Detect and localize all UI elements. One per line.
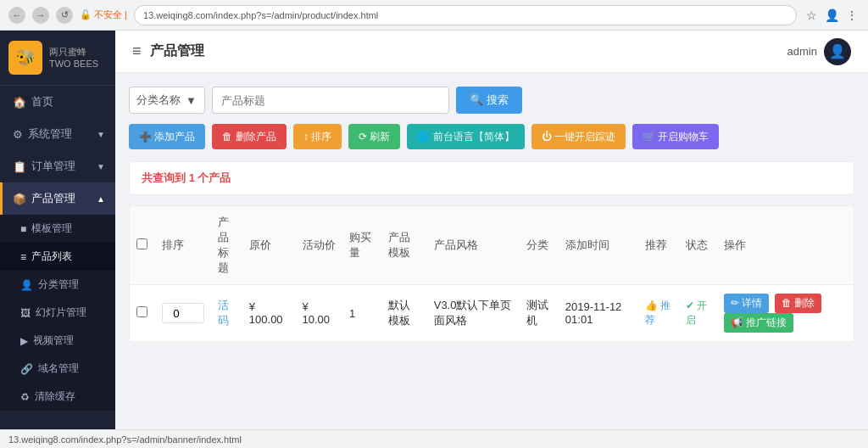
logo-text: 两只蜜蜂 TWO BEES (49, 46, 98, 70)
row-time: 2019-11-12 01:01 (559, 285, 638, 342)
sidebar-item-category[interactable]: 👤 分类管理 (0, 271, 115, 299)
category-icon: 👤 (20, 279, 33, 291)
chevron-icon: ▲ (97, 194, 105, 204)
search-input[interactable] (212, 87, 449, 114)
row-checkbox[interactable] (136, 306, 147, 317)
app-container: 🐝 两只蜜蜂 TWO BEES 🏠 首页 ⚙ 系统管理 ▼ (0, 31, 868, 429)
recommend-badge[interactable]: 👍 推荐 (645, 300, 670, 326)
sidebar-item-slideshow[interactable]: 🖼 幻灯片管理 (0, 299, 115, 327)
browser-chrome: ← → ↺ 🔓 不安全 | ☆ 👤 ⋮ (0, 0, 868, 31)
status-badge[interactable]: ✔ 开启 (686, 300, 707, 326)
row-original-price: ¥ 100.00 (242, 285, 296, 342)
admin-label: admin (787, 45, 817, 58)
order-icon: 📋 (13, 160, 26, 173)
sidebar-item-product[interactable]: 📦 产品管理 ▲ (0, 182, 115, 215)
result-count: 共查询到 1 个产品 (129, 161, 854, 195)
sort-button[interactable]: ↕ 排序 (293, 124, 342, 149)
logo-icon: 🐝 (8, 41, 42, 75)
sidebar-item-home[interactable]: 🏠 首页 (0, 86, 115, 118)
sidebar-item-domain[interactable]: 🔗 域名管理 (0, 355, 115, 383)
delete-row-button[interactable]: 🗑 删除 (775, 294, 821, 313)
row-status: ✔ 开启 (679, 285, 717, 342)
table-header-title: 产品标题 (211, 206, 242, 285)
user-icon[interactable]: 👤 (824, 8, 839, 23)
refresh-button[interactable]: ↺ (56, 7, 73, 24)
select-arrow-icon: ▼ (186, 94, 197, 107)
select-all-checkbox[interactable] (136, 238, 147, 249)
avatar: 👤 (824, 38, 851, 65)
category-select[interactable]: 分类名称 ▼ (129, 87, 205, 114)
product-icon: 📦 (13, 193, 26, 205)
row-sale-price: ¥ 10.00 (296, 285, 342, 342)
product-submenu: ■ 模板管理 ≡ 产品列表 👤 分类管理 🖼 幻灯片管理 ▶ 视频管理 (0, 215, 115, 411)
add-product-button[interactable]: ➕ 添加产品 (129, 124, 205, 149)
row-recommend: 👍 推荐 (638, 285, 680, 342)
sidebar-item-recycle[interactable]: ♻ 清除缓存 (0, 383, 115, 411)
table-header-sale-price: 活动价 (296, 206, 342, 285)
product-table: 排序 产品标题 原价 活动价 购买量 产品模板 产品风格 分类 添加时间 推荐 … (129, 205, 854, 342)
system-icon: ⚙ (13, 128, 23, 141)
row-sort (155, 285, 211, 342)
row-template: 默认模板 (381, 285, 427, 342)
table-header-recommend: 推荐 (638, 206, 680, 285)
action-bar: ➕ 添加产品 🗑 删除产品 ↕ 排序 ⟳ 刷新 🌐 前台语言【简体】 ⏻ 一键开… (129, 124, 854, 149)
menu-icon[interactable]: ⋮ (844, 8, 860, 23)
hamburger-button[interactable]: ≡ (132, 42, 142, 60)
list-icon: ≡ (20, 251, 26, 263)
table-header-template: 产品模板 (381, 206, 427, 285)
table-header-category: 分类 (520, 206, 559, 285)
security-warning: 🔓 不安全 | (80, 8, 127, 21)
delete-product-button[interactable]: 🗑 删除产品 (212, 124, 286, 149)
sidebar-item-order[interactable]: 📋 订单管理 ▼ (0, 150, 115, 182)
sort-input[interactable] (162, 303, 204, 323)
row-ops: ✏ 详情 🗑 删除 📢 推广链接 (717, 285, 854, 342)
recycle-icon: ♻ (20, 391, 30, 403)
refresh-button[interactable]: ⟳ 刷新 (348, 124, 400, 149)
row-purchase-count: 1 (342, 285, 381, 342)
row-category: 测试机 (520, 285, 559, 342)
table-header-row: 排序 产品标题 原价 活动价 购买量 产品模板 产品风格 分类 添加时间 推荐 … (130, 206, 854, 285)
sidebar-item-template[interactable]: ■ 模板管理 (0, 215, 115, 243)
product-title-link[interactable]: 活码 (218, 299, 229, 327)
topbar-left: ≡ 产品管理 (132, 42, 204, 60)
topbar-right: admin 👤 (787, 38, 851, 65)
row-title: 活码 (211, 285, 242, 342)
open-log-button[interactable]: ⏻ 一键开启踪迹 (531, 124, 626, 149)
table-header-status: 状态 (679, 206, 717, 285)
language-button[interactable]: 🌐 前台语言【简体】 (407, 124, 524, 149)
main-content: 分类名称 ▼ 🔍 搜索 ➕ 添加产品 🗑 删除产品 ↕ 排序 ⟳ 刷新 🌐 前台… (115, 73, 868, 429)
forward-button[interactable]: → (32, 7, 49, 24)
row-style: V3.0默认下单页面风格 (427, 285, 520, 342)
chevron-icon: ▼ (97, 162, 105, 171)
search-bar: 分类名称 ▼ 🔍 搜索 (129, 87, 854, 114)
domain-icon: 🔗 (20, 363, 33, 375)
page-title: 产品管理 (150, 42, 204, 60)
home-icon: 🏠 (13, 96, 26, 109)
star-icon[interactable]: ☆ (804, 8, 819, 23)
chevron-icon: ▼ (97, 130, 105, 139)
table-header-time: 添加时间 (559, 206, 638, 285)
table-header-style: 产品风格 (427, 206, 520, 285)
video-icon: ▶ (20, 335, 28, 347)
table-row: 活码 ¥ 100.00 ¥ 10.00 1 默认模板 V3.0默认下单页面风格 … (130, 285, 854, 342)
back-button[interactable]: ← (8, 7, 25, 24)
table-header-checkbox (130, 206, 155, 285)
sidebar-item-system[interactable]: ⚙ 系统管理 ▼ (0, 118, 115, 150)
status-bar: 13.weiqing8.com/index.php?s=/admin/banne… (0, 429, 868, 448)
sidebar-menu: 🏠 首页 ⚙ 系统管理 ▼ 📋 订单管理 ▼ (0, 86, 115, 429)
url-bar[interactable] (134, 5, 797, 25)
template-icon: ■ (20, 223, 26, 235)
table-header-ops: 操作 (717, 206, 854, 285)
sidebar-item-video[interactable]: ▶ 视频管理 (0, 327, 115, 355)
sidebar-logo: 🐝 两只蜜蜂 TWO BEES (0, 31, 115, 86)
row-checkbox-cell (130, 285, 155, 342)
open-cart-button[interactable]: 🛒 开启购物车 (632, 124, 719, 149)
slideshow-icon: 🖼 (20, 307, 31, 319)
topbar: ≡ 产品管理 admin 👤 (115, 31, 868, 73)
sidebar-item-product-list[interactable]: ≡ 产品列表 (0, 243, 115, 271)
search-button[interactable]: 🔍 搜索 (456, 87, 522, 114)
detail-button[interactable]: ✏ 详情 (724, 294, 769, 313)
table-header-original-price: 原价 (242, 206, 296, 285)
promote-button[interactable]: 📢 推广链接 (724, 313, 793, 333)
sidebar: 🐝 两只蜜蜂 TWO BEES 🏠 首页 ⚙ 系统管理 ▼ (0, 31, 115, 429)
